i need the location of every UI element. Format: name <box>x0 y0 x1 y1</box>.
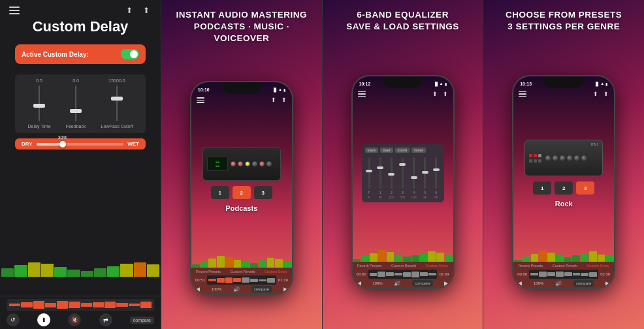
app-back-icon[interactable]: ◀ <box>195 286 200 292</box>
app-back-icon-3[interactable]: ◀ <box>357 280 361 287</box>
menu-icon[interactable] <box>9 7 20 14</box>
app-volume-icon-3[interactable]: 🔊 <box>394 281 400 287</box>
app-share-icon-4[interactable]: ⬆ <box>604 91 609 97</box>
delay-time-thumb[interactable] <box>33 104 45 108</box>
app-tab-custom-delay[interactable]: Custom Delay <box>265 270 287 274</box>
compare-button[interactable]: compare <box>130 317 154 324</box>
upload-icon[interactable]: ⬆ <box>124 5 135 16</box>
eq-reset-btn[interactable]: reset <box>411 148 425 153</box>
rock-knob-4[interactable] <box>567 155 572 161</box>
app-menu-icon-4[interactable] <box>519 91 526 97</box>
eq-thumb-f[interactable] <box>366 170 372 172</box>
lowpass-thumb[interactable] <box>111 97 123 101</box>
eq-thumb-6[interactable] <box>433 168 440 171</box>
app-tab-custom-delay-4[interactable]: Custom Delay <box>587 264 609 268</box>
preset-btn-4-3[interactable]: 3 <box>576 181 594 195</box>
eq-track-4[interactable] <box>413 157 415 189</box>
app-share-icon-3[interactable]: ⬆ <box>443 91 448 97</box>
knob-5[interactable] <box>259 161 265 166</box>
eq-load-btn[interactable]: load <box>380 148 393 153</box>
app-tab-custom-delay-3[interactable]: Custom Delay <box>426 264 449 268</box>
panel2-phone-wrapper: 10:10 ▉ ▲ ▮ ⬆ ⬆ <box>190 50 293 329</box>
feedback-label: Feedback <box>66 124 86 129</box>
app-menu-icon[interactable] <box>197 97 204 103</box>
app-volume-icon-4[interactable]: 🔊 <box>555 281 562 287</box>
eq-track-2[interactable] <box>391 157 393 189</box>
app-waveform-4[interactable] <box>529 270 598 279</box>
eq-track-3[interactable] <box>402 157 404 189</box>
rock-knob-6[interactable] <box>581 155 587 161</box>
swap-button[interactable]: ⇄ <box>99 313 112 326</box>
drywet-thumb[interactable] <box>59 141 66 148</box>
app-waveform[interactable] <box>207 275 276 285</box>
knob-2[interactable] <box>238 161 243 166</box>
eq-freq-label-5: 3K <box>421 196 429 199</box>
app-upload-icon[interactable]: ⬆ <box>271 97 276 103</box>
app-tab-custom-reverb-4[interactable]: Custom Reverb <box>553 264 577 268</box>
preset-btn-4-2[interactable]: 2 <box>555 181 573 195</box>
eq-thumb-1[interactable] <box>377 166 383 169</box>
app-back-icon-4[interactable]: ◀ <box>517 280 522 287</box>
eq-thumb-2[interactable] <box>388 173 394 176</box>
eq-thumb-4[interactable] <box>411 176 417 179</box>
knob-4[interactable] <box>252 161 257 166</box>
app-forward-icon[interactable]: ▶ <box>283 286 288 292</box>
preset-btn-3[interactable]: 3 <box>254 186 272 199</box>
eq-track-f[interactable] <box>368 157 370 189</box>
preset-btn-2[interactable]: 2 <box>233 186 251 199</box>
app-upload-icon-4[interactable]: ⬆ <box>593 91 598 97</box>
app-menu-icon-3[interactable] <box>358 91 366 97</box>
eq-track-6[interactable] <box>435 157 437 189</box>
rock-knob-3[interactable] <box>560 155 565 161</box>
panel-1: ⬆ ⬆ Custom Delay Active Custom Delay: 0.… <box>0 0 161 329</box>
eq-freq-label-0: F <box>365 196 374 199</box>
eq-save-btn[interactable]: save <box>365 148 379 153</box>
app-share-icon[interactable]: ⬆ <box>282 97 287 103</box>
app-compare-btn-4[interactable]: compare <box>573 280 594 287</box>
app-topbar: ⬆ ⬆ <box>191 94 292 106</box>
refresh-button[interactable]: ↺ <box>7 313 20 326</box>
knob-3[interactable] <box>245 161 250 166</box>
delay-time-track[interactable] <box>39 86 40 121</box>
eq-zoom-btn[interactable]: zoom <box>395 148 410 153</box>
app-compare-btn-3[interactable]: compare <box>412 280 432 287</box>
eq-band-4: 4 <box>410 157 418 195</box>
app-upload-icon-3[interactable]: ⬆ <box>432 91 438 97</box>
drywet-pct: 30% <box>58 135 67 140</box>
app-forward-icon-4[interactable]: ▶ <box>605 280 610 287</box>
feedback-thumb[interactable] <box>70 109 82 113</box>
app-tab-custom-reverb[interactable]: Custom Reverb <box>230 270 255 274</box>
delay-time-label: Delay Time <box>28 124 51 129</box>
preset-btn-1[interactable]: 1 <box>211 186 229 199</box>
drywet-track[interactable]: 30% <box>37 143 124 146</box>
eq-thumb-5[interactable] <box>422 171 428 174</box>
eq-thumb-3[interactable] <box>399 163 406 166</box>
active-toggle[interactable] <box>121 49 139 59</box>
app-volume-icon[interactable]: 🔊 <box>233 287 240 292</box>
feedback-track[interactable] <box>75 86 76 121</box>
status-time-3: 10:12 <box>359 82 371 86</box>
app-forward-icon-3[interactable]: ▶ <box>444 280 449 287</box>
app-tab-custom-reverb-3[interactable]: Custom Reverb <box>391 264 416 268</box>
rock-led-grey-3 <box>534 159 537 163</box>
app-tab-reverb-4[interactable]: Reverb Presets <box>518 264 543 268</box>
toggle-label: Active Custom Delay: <box>22 51 89 58</box>
eq-track-5[interactable] <box>424 157 426 189</box>
preset-btn-4-1[interactable]: 1 <box>533 181 551 195</box>
panel3-phone: 10:12 ▉ ▲ ▮ ⬆ ⬆ <box>351 75 455 289</box>
rock-knob-2[interactable] <box>553 155 558 161</box>
app-tab-reverb[interactable]: Reverb Presets <box>196 270 221 274</box>
lowpass-track[interactable] <box>116 86 118 121</box>
pause-button[interactable]: ⏸ <box>37 313 50 326</box>
app-compare-btn[interactable]: compare <box>251 286 272 292</box>
rock-knob-5[interactable] <box>574 155 579 161</box>
mute-button[interactable]: 🔇 <box>68 313 81 326</box>
app-waveform-3[interactable] <box>368 270 438 279</box>
feedback-value: 0.0 <box>72 78 79 83</box>
rock-knob-1[interactable] <box>545 155 551 161</box>
app-tab-reverb-3[interactable]: Reverb Presets <box>357 264 382 268</box>
knob-1[interactable] <box>231 161 236 166</box>
eq-track-1[interactable] <box>379 157 381 189</box>
share-icon[interactable]: ⬆ <box>141 5 152 16</box>
knob-6[interactable] <box>266 161 272 166</box>
